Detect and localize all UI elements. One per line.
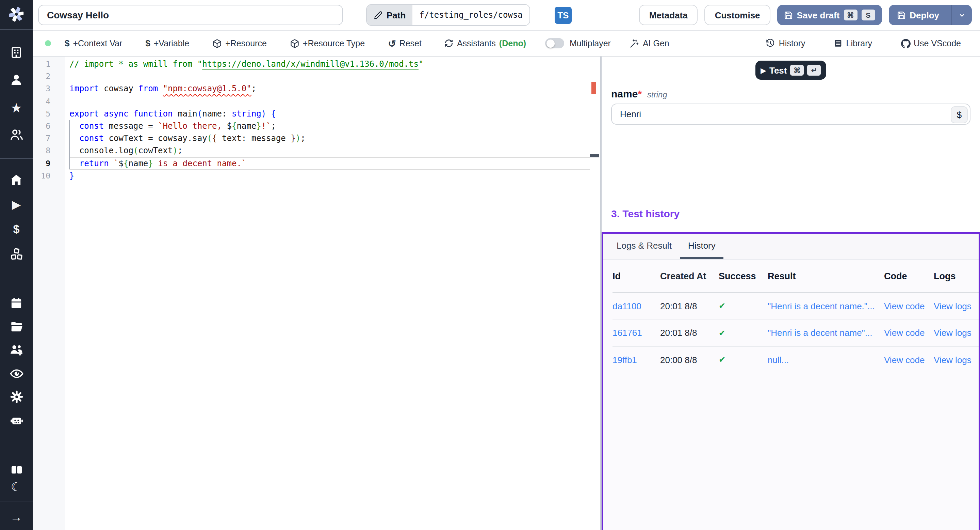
add-context-var-button[interactable]: $+Context Var [60,37,126,49]
history-table-header: Id Created At Success Result Code Logs [612,260,978,293]
assistants-lang: (Deno) [499,38,526,48]
history-row: 19ffb120:00 8/8✔null...View codeView log… [612,347,978,373]
add-variable-button[interactable]: $+Variable [141,37,193,49]
sidebar-item-dark-mode[interactable]: ☾ [0,478,33,496]
required-asterisk: * [638,88,642,99]
typescript-badge: TS [555,6,572,24]
sidebar-item-workers[interactable] [0,412,33,429]
metadata-button[interactable]: Metadata [639,5,698,25]
dollar-icon: $ [65,38,69,48]
result-link[interactable]: "Henri is a decent name."... [768,301,884,311]
sidebar-divider [0,501,33,501]
code-line[interactable]: // import * as wmill from "https://deno.… [69,58,590,70]
sidebar-item-variables[interactable]: $ [0,220,33,238]
line-number: 5 [33,108,65,120]
sidebar-item-favorites[interactable]: ★ [0,99,33,117]
view-code-link[interactable]: View code [884,301,934,311]
sidebar-divider [0,29,33,30]
refresh-icon [445,39,453,48]
result-link[interactable]: null... [768,355,884,365]
path-group: Path f/testing_roles/cowsa [366,4,530,26]
sidebar-item-user[interactable] [0,71,33,89]
test-button[interactable]: ▶ Test ⌘↵ [756,61,826,80]
multiplayer-toggle[interactable] [545,38,564,48]
sidebar-item-runs[interactable]: ▶ [0,196,33,213]
script-name-input[interactable]: Cowsay Hello [38,5,343,25]
job-id-link[interactable]: da1100 [612,301,660,311]
sidebar-item-home[interactable] [0,171,33,189]
view-logs-link[interactable]: View logs [934,301,978,311]
add-resource-button[interactable]: +Resource [208,38,271,49]
code-line[interactable] [69,70,590,82]
reset-button[interactable]: ↺Reset [384,38,426,49]
code-line[interactable] [69,95,590,107]
chevron-down-icon [958,11,966,19]
save-icon [784,11,793,19]
overview-ruler-cursor-marker [590,154,599,157]
code-line[interactable]: import cowsay from "npm:cowsay@1.5.0"; [69,83,590,95]
code-area[interactable]: // import * as wmill from "https://deno.… [65,57,590,530]
arg-name-input[interactable]: Henri $ [611,104,970,125]
topbar: Cowsay Hello Path f/testing_roles/cowsa … [33,0,980,31]
history-button[interactable]: History [762,38,810,49]
windmill-logo-icon[interactable] [0,5,33,23]
sidebar-item-settings[interactable] [0,388,33,405]
sidebar-item-docs[interactable] [0,461,33,478]
sidebar-item-groups-settings[interactable] [0,341,33,358]
job-id-link[interactable]: 161761 [612,328,660,338]
code-line[interactable]: const message = `Hello there, ${name}!`; [69,120,590,132]
code-line[interactable]: return `${name} is a decent name.` [69,157,590,169]
view-logs-link[interactable]: View logs [934,355,978,365]
success-check-icon: ✔ [719,328,768,338]
history-table: Id Created At Success Result Code Logs d… [603,260,978,373]
job-id-link[interactable]: 19ffb1 [612,355,660,365]
kbd-cmd: ⌘ [843,10,857,21]
view-code-link[interactable]: View code [884,355,934,365]
sidebar-item-folders[interactable] [0,318,33,335]
sidebar: ★ ▶ $ ☾ [0,0,33,530]
sidebar-item-user-groups[interactable] [0,125,33,143]
star-icon: ★ [11,101,22,114]
save-draft-button[interactable]: Save draft ⌘S [777,5,882,25]
code-editor[interactable]: 12345678910 // import * as wmill from "h… [33,57,601,530]
insert-variable-button[interactable]: $ [951,106,968,123]
add-resource-type-button[interactable]: +Resource Type [286,38,369,49]
script-name-value: Cowsay Hello [47,10,109,21]
code-line[interactable]: const cowText = cowsay.say({ text: messa… [69,132,590,144]
success-check-icon: ✔ [719,302,768,311]
view-code-link[interactable]: View code [884,328,934,338]
moon-icon: ☾ [11,481,22,493]
arg-value: Henri [620,109,641,119]
use-vscode-button[interactable]: Use VScode [897,38,965,49]
code-line[interactable]: console.log(cowText); [69,145,590,157]
deploy-button[interactable]: Deploy [888,5,972,25]
sidebar-item-workspace[interactable] [0,44,33,61]
library-button[interactable]: Library [830,38,876,49]
line-number: 7 [33,132,65,144]
ai-gen-button[interactable]: AI Gen [626,38,673,49]
indent-guide [69,120,70,169]
editor-toolbar: $+Context Var $+Variable +Resource +Reso… [33,31,980,57]
sidebar-item-resources[interactable] [0,245,33,263]
code-line[interactable]: export async function main(name: string)… [69,108,590,120]
path-edit-button[interactable]: Path [367,5,412,25]
view-logs-link[interactable]: View logs [934,328,978,338]
sidebar-item-schedules[interactable] [0,294,33,312]
tab-logs-result[interactable]: Logs & Result [608,234,680,259]
path-input[interactable]: f/testing_roles/cowsa [412,5,529,25]
save-icon [897,11,905,19]
arg-label: name*string [611,88,970,99]
history-row: 16176120:01 8/8✔"Henri is a decent name"… [612,320,978,347]
result-link[interactable]: "Henri is a decent name"... [768,328,884,338]
customise-button[interactable]: Customise [705,5,770,25]
multiplayer-label: Multiplayer [570,38,611,48]
line-number: 9 [33,157,65,169]
tab-history[interactable]: History [680,234,724,259]
dollar-icon: $ [13,223,20,235]
test-history-title: 3. Test history [611,208,970,219]
assistants-button[interactable]: Assistants(Deno) [441,38,530,49]
sidebar-item-audit-logs[interactable] [0,364,33,382]
code-line[interactable]: } [69,169,590,182]
deploy-dropdown-button[interactable] [951,5,972,25]
sidebar-collapse-button[interactable]: → [0,508,33,526]
